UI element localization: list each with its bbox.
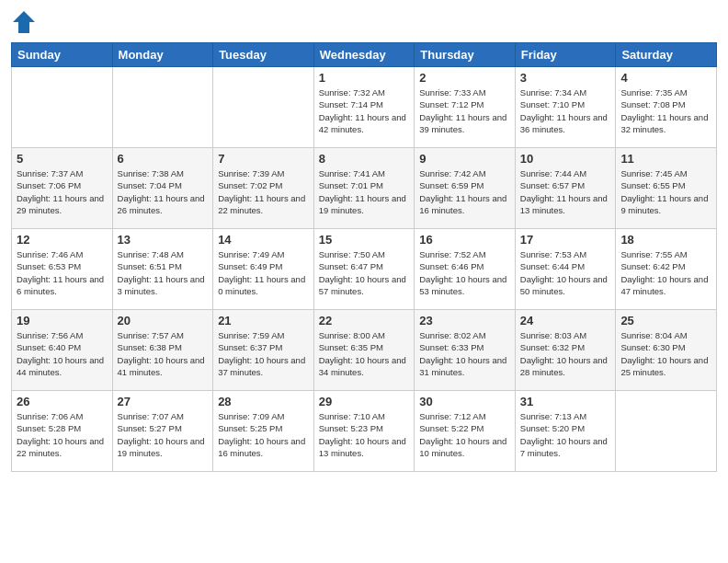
col-monday: Monday	[112, 43, 213, 67]
calendar-cell: 14 Sunrise: 7:49 AMSunset: 6:49 PMDaylig…	[213, 229, 314, 310]
day-number: 4	[620, 71, 711, 85]
calendar-cell: 13 Sunrise: 7:48 AMSunset: 6:51 PMDaylig…	[112, 229, 213, 310]
calendar-cell: 20 Sunrise: 7:57 AMSunset: 6:38 PMDaylig…	[112, 310, 213, 391]
day-info: Sunrise: 7:57 AMSunset: 6:38 PMDaylight:…	[118, 329, 209, 378]
day-number: 12	[17, 233, 108, 247]
day-number: 7	[218, 152, 309, 166]
day-info: Sunrise: 7:49 AMSunset: 6:49 PMDaylight:…	[218, 248, 309, 297]
day-number: 22	[319, 314, 410, 327]
day-number: 18	[620, 233, 711, 247]
day-number: 8	[319, 152, 410, 166]
calendar: Sunday Monday Tuesday Wednesday Thursday…	[11, 42, 717, 472]
col-friday: Friday	[515, 43, 616, 67]
day-info: Sunrise: 7:42 AMSunset: 6:59 PMDaylight:…	[419, 167, 510, 216]
calendar-cell: 16 Sunrise: 7:52 AMSunset: 6:46 PMDaylig…	[415, 229, 516, 310]
calendar-cell	[12, 67, 113, 148]
day-number: 17	[520, 233, 611, 247]
day-info: Sunrise: 7:46 AMSunset: 6:53 PMDaylight:…	[17, 248, 108, 297]
day-number: 29	[319, 395, 410, 408]
day-info: Sunrise: 7:52 AMSunset: 6:46 PMDaylight:…	[419, 248, 510, 297]
day-number: 11	[620, 152, 711, 166]
calendar-cell: 19 Sunrise: 7:56 AMSunset: 6:40 PMDaylig…	[12, 310, 113, 391]
day-number: 25	[620, 314, 711, 327]
calendar-cell: 6 Sunrise: 7:38 AMSunset: 7:04 PMDayligh…	[112, 148, 213, 229]
day-info: Sunrise: 7:35 AMSunset: 7:08 PMDaylight:…	[620, 86, 711, 135]
calendar-cell	[112, 67, 213, 148]
day-number: 1	[319, 71, 410, 85]
calendar-cell: 22 Sunrise: 8:00 AMSunset: 6:35 PMDaylig…	[313, 310, 415, 391]
day-number: 20	[118, 314, 209, 327]
day-number: 30	[419, 395, 510, 408]
calendar-cell	[616, 391, 717, 472]
calendar-cell: 7 Sunrise: 7:39 AMSunset: 7:02 PMDayligh…	[213, 148, 314, 229]
calendar-cell: 31 Sunrise: 7:13 AMSunset: 5:20 PMDaylig…	[515, 391, 616, 472]
day-info: Sunrise: 7:33 AMSunset: 7:12 PMDaylight:…	[419, 86, 510, 135]
day-info: Sunrise: 7:45 AMSunset: 6:55 PMDaylight:…	[620, 167, 711, 216]
day-number: 21	[218, 314, 309, 327]
day-number: 24	[520, 314, 611, 327]
calendar-header-row: Sunday Monday Tuesday Wednesday Thursday…	[12, 43, 717, 67]
calendar-week-row: 19 Sunrise: 7:56 AMSunset: 6:40 PMDaylig…	[12, 310, 717, 391]
day-number: 6	[118, 152, 209, 166]
calendar-cell: 27 Sunrise: 7:07 AMSunset: 5:27 PMDaylig…	[112, 391, 213, 472]
day-info: Sunrise: 8:04 AMSunset: 6:30 PMDaylight:…	[620, 329, 711, 378]
day-info: Sunrise: 7:37 AMSunset: 7:06 PMDaylight:…	[17, 167, 108, 216]
day-info: Sunrise: 8:02 AMSunset: 6:33 PMDaylight:…	[419, 329, 510, 378]
day-info: Sunrise: 7:12 AMSunset: 5:22 PMDaylight:…	[419, 410, 510, 459]
day-info: Sunrise: 8:00 AMSunset: 6:35 PMDaylight:…	[319, 329, 410, 378]
day-info: Sunrise: 7:44 AMSunset: 6:57 PMDaylight:…	[520, 167, 611, 216]
calendar-cell: 29 Sunrise: 7:10 AMSunset: 5:23 PMDaylig…	[313, 391, 415, 472]
calendar-cell: 18 Sunrise: 7:55 AMSunset: 6:42 PMDaylig…	[616, 229, 717, 310]
day-info: Sunrise: 7:09 AMSunset: 5:25 PMDaylight:…	[218, 410, 309, 459]
day-number: 28	[218, 395, 309, 408]
day-info: Sunrise: 7:38 AMSunset: 7:04 PMDaylight:…	[118, 167, 209, 216]
calendar-cell: 8 Sunrise: 7:41 AMSunset: 7:01 PMDayligh…	[313, 148, 415, 229]
day-info: Sunrise: 7:39 AMSunset: 7:02 PMDaylight:…	[218, 167, 309, 216]
day-number: 19	[17, 314, 108, 327]
day-number: 10	[520, 152, 611, 166]
calendar-cell: 3 Sunrise: 7:34 AMSunset: 7:10 PMDayligh…	[515, 67, 616, 148]
day-info: Sunrise: 7:32 AMSunset: 7:14 PMDaylight:…	[319, 86, 410, 135]
day-number: 15	[319, 233, 410, 247]
day-info: Sunrise: 7:53 AMSunset: 6:44 PMDaylight:…	[520, 248, 611, 297]
day-number: 27	[118, 395, 209, 408]
day-info: Sunrise: 7:50 AMSunset: 6:47 PMDaylight:…	[319, 248, 410, 297]
calendar-cell: 28 Sunrise: 7:09 AMSunset: 5:25 PMDaylig…	[213, 391, 314, 472]
day-number: 26	[17, 395, 108, 408]
calendar-week-row: 1 Sunrise: 7:32 AMSunset: 7:14 PMDayligh…	[12, 67, 717, 148]
col-wednesday: Wednesday	[313, 43, 415, 67]
day-number: 2	[419, 71, 510, 85]
day-number: 31	[520, 395, 611, 408]
day-info: Sunrise: 7:07 AMSunset: 5:27 PMDaylight:…	[118, 410, 209, 459]
day-info: Sunrise: 8:03 AMSunset: 6:32 PMDaylight:…	[520, 329, 611, 378]
page: Sunday Monday Tuesday Wednesday Thursday…	[0, 0, 728, 563]
col-sunday: Sunday	[12, 43, 113, 67]
header	[11, 9, 717, 35]
day-info: Sunrise: 7:10 AMSunset: 5:23 PMDaylight:…	[319, 410, 410, 459]
col-thursday: Thursday	[415, 43, 516, 67]
day-info: Sunrise: 7:13 AMSunset: 5:20 PMDaylight:…	[520, 410, 611, 459]
calendar-cell: 10 Sunrise: 7:44 AMSunset: 6:57 PMDaylig…	[515, 148, 616, 229]
logo	[11, 9, 40, 35]
day-info: Sunrise: 7:41 AMSunset: 7:01 PMDaylight:…	[319, 167, 410, 216]
svg-marker-0	[13, 11, 35, 33]
calendar-cell: 17 Sunrise: 7:53 AMSunset: 6:44 PMDaylig…	[515, 229, 616, 310]
calendar-week-row: 12 Sunrise: 7:46 AMSunset: 6:53 PMDaylig…	[12, 229, 717, 310]
logo-icon	[11, 9, 37, 35]
day-number: 9	[419, 152, 510, 166]
day-info: Sunrise: 7:55 AMSunset: 6:42 PMDaylight:…	[620, 248, 711, 297]
calendar-cell: 1 Sunrise: 7:32 AMSunset: 7:14 PMDayligh…	[313, 67, 415, 148]
col-saturday: Saturday	[616, 43, 717, 67]
calendar-week-row: 26 Sunrise: 7:06 AMSunset: 5:28 PMDaylig…	[12, 391, 717, 472]
day-info: Sunrise: 7:48 AMSunset: 6:51 PMDaylight:…	[118, 248, 209, 297]
day-number: 3	[520, 71, 611, 85]
calendar-cell: 4 Sunrise: 7:35 AMSunset: 7:08 PMDayligh…	[616, 67, 717, 148]
day-info: Sunrise: 7:34 AMSunset: 7:10 PMDaylight:…	[520, 86, 611, 135]
calendar-cell: 24 Sunrise: 8:03 AMSunset: 6:32 PMDaylig…	[515, 310, 616, 391]
calendar-week-row: 5 Sunrise: 7:37 AMSunset: 7:06 PMDayligh…	[12, 148, 717, 229]
calendar-cell: 30 Sunrise: 7:12 AMSunset: 5:22 PMDaylig…	[415, 391, 516, 472]
day-number: 14	[218, 233, 309, 247]
day-number: 5	[17, 152, 108, 166]
calendar-cell: 15 Sunrise: 7:50 AMSunset: 6:47 PMDaylig…	[313, 229, 415, 310]
calendar-cell: 21 Sunrise: 7:59 AMSunset: 6:37 PMDaylig…	[213, 310, 314, 391]
